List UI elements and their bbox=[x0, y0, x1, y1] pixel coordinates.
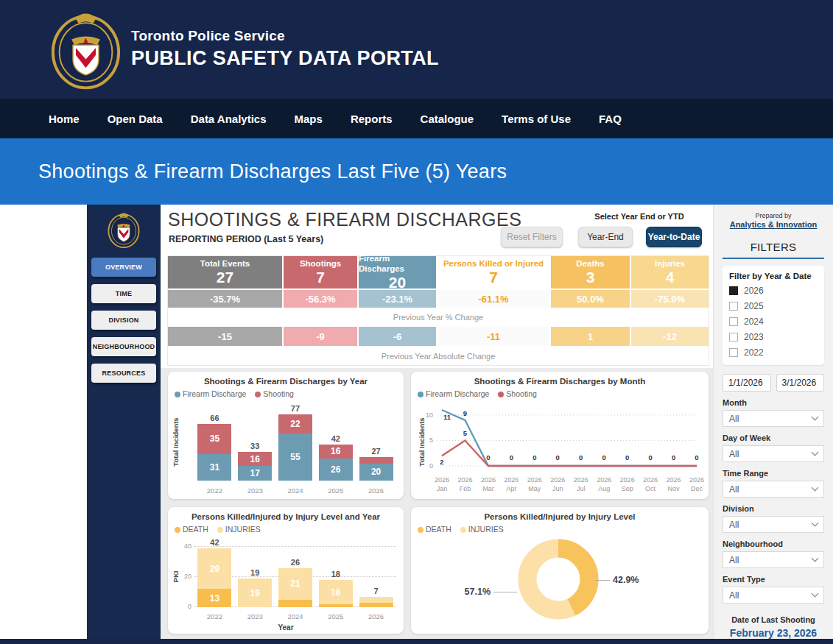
time-range-filter-dropdown[interactable]: All bbox=[723, 481, 824, 498]
bar-segment-firearm-discharge[interactable]: 55 bbox=[278, 434, 312, 481]
selected-value: All bbox=[729, 484, 739, 495]
bar-2026[interactable]: 7 bbox=[359, 538, 393, 607]
year-checkbox-2026[interactable]: 2026 bbox=[729, 286, 818, 296]
day-of-week-filter-dropdown[interactable]: All bbox=[723, 445, 824, 462]
chart-text: 10 bbox=[426, 411, 433, 419]
bar-2023[interactable]: 331617 bbox=[238, 403, 272, 481]
bar-segment-injuries[interactable]: 29 bbox=[197, 548, 231, 589]
filters-panel: Prepared by Analytics & Innovation FILTE… bbox=[713, 205, 833, 639]
page-title: Shootings & Firearm Discharges Last Five… bbox=[38, 160, 507, 183]
sidebar-item-division[interactable]: DIVISION bbox=[91, 311, 156, 330]
chart-text: Sep bbox=[622, 485, 633, 492]
date-to-input[interactable]: 3/1/2026 bbox=[776, 374, 825, 392]
report-main: SHOOTINGS & FIREARM DISCHARGES REPORTING… bbox=[161, 205, 713, 639]
bar-segment-death[interactable] bbox=[278, 600, 312, 607]
event-type-filter-dropdown[interactable]: All bbox=[723, 587, 824, 604]
chart-text: 2026 bbox=[620, 476, 635, 484]
bar-2024[interactable]: 772255 bbox=[278, 403, 312, 481]
bar-segment-injuries[interactable]: 16 bbox=[319, 580, 353, 604]
bar-segment-firearm-discharge[interactable]: 26 bbox=[319, 459, 353, 481]
bar-segment-shooting[interactable]: 35 bbox=[197, 424, 231, 454]
year-checkbox-2022[interactable]: 2022 bbox=[729, 347, 818, 358]
legend-dot bbox=[498, 392, 504, 397]
bar-2026[interactable]: 2720 bbox=[359, 403, 393, 481]
legend-item-shooting: Shooting bbox=[255, 389, 293, 398]
x-tick-label: 2024 bbox=[287, 612, 303, 620]
filter-label: Event Type bbox=[723, 575, 824, 584]
chart-text: 2026 bbox=[667, 476, 681, 484]
filter-block-event-type: Event TypeAll bbox=[723, 575, 824, 604]
kpi-value: 7 bbox=[316, 269, 325, 286]
legend-dot bbox=[418, 527, 423, 533]
year-checkbox-2025[interactable]: 2025 bbox=[729, 301, 818, 311]
reset-filters-button[interactable]: Reset Filters bbox=[501, 227, 563, 247]
nav-item-reports[interactable]: Reports bbox=[351, 113, 393, 125]
year-end-button[interactable]: Year-End bbox=[578, 227, 633, 247]
bar-segment-shooting[interactable] bbox=[359, 457, 393, 463]
filter-label: Neighbourhood bbox=[723, 539, 824, 548]
bar-2022[interactable]: 422913 bbox=[197, 538, 231, 607]
kpi-pct-change: -75.0% bbox=[631, 290, 709, 308]
bar-segment-death[interactable]: 13 bbox=[197, 589, 231, 607]
year-checkbox-2024[interactable]: 2024 bbox=[729, 316, 818, 327]
bar-segment-death[interactable] bbox=[359, 603, 393, 607]
y-tick-label: 0 bbox=[177, 603, 191, 610]
bar-2025[interactable]: 421626 bbox=[319, 403, 353, 481]
bar-segment-injuries[interactable]: 21 bbox=[278, 568, 312, 600]
sidebar-item-time[interactable]: TIME bbox=[91, 284, 156, 303]
kpi-abs-change: -6 bbox=[359, 327, 436, 346]
filters-heading: FILTERS bbox=[723, 241, 824, 253]
bar-segment-injuries[interactable] bbox=[359, 597, 393, 603]
sidebar-item-neighbourhood[interactable]: NEIGHBOURHOOD bbox=[91, 337, 156, 356]
bar-segment-firearm-discharge[interactable]: 31 bbox=[197, 454, 231, 481]
bar-total-label: 66 bbox=[210, 414, 219, 422]
bar-segment-firearm-discharge[interactable]: 20 bbox=[359, 464, 393, 481]
bar-segment-death[interactable] bbox=[319, 604, 353, 607]
selected-value: All bbox=[729, 449, 739, 459]
legend-item-firearm-discharge: Firearm Discharge bbox=[175, 389, 246, 398]
legend-dot bbox=[460, 527, 466, 533]
bar-segment-firearm-discharge[interactable]: 17 bbox=[238, 466, 272, 481]
kpi-value: 3 bbox=[586, 269, 595, 286]
leader-line bbox=[595, 580, 610, 581]
nav-item-open-data[interactable]: Open Data bbox=[108, 113, 163, 125]
nav-item-data-analytics[interactable]: Data Analytics bbox=[191, 113, 267, 125]
bar-total-label: 18 bbox=[331, 570, 340, 578]
date-from-input[interactable]: 1/1/2026 bbox=[723, 374, 771, 392]
month-filter-dropdown[interactable]: All bbox=[723, 410, 824, 427]
chart-text: 2 bbox=[440, 458, 443, 466]
bar-2024[interactable]: 2621 bbox=[278, 538, 312, 607]
sidebar-item-resources[interactable]: RESOURCES bbox=[91, 364, 156, 383]
bar-total-label: 7 bbox=[374, 587, 379, 595]
bar-2023[interactable]: 1919 bbox=[238, 538, 272, 607]
year-to-date-button[interactable]: Year-to-Date bbox=[646, 227, 702, 247]
bar-2022[interactable]: 663531 bbox=[197, 403, 231, 481]
nav-item-catalogue[interactable]: Catalogue bbox=[421, 113, 474, 125]
chart-text: 2026 bbox=[527, 476, 542, 484]
x-tick-label: 2026 bbox=[368, 486, 384, 495]
bar-2025[interactable]: 1816 bbox=[319, 538, 353, 607]
line-series-shooting[interactable] bbox=[442, 440, 697, 466]
analytics-innovation-link[interactable]: Analytics & Innovation bbox=[730, 220, 818, 229]
bar-segment-injuries[interactable]: 19 bbox=[238, 578, 272, 607]
bar-segment-shooting[interactable]: 22 bbox=[278, 414, 312, 434]
chart-text: 0 bbox=[579, 453, 583, 461]
nav-item-maps[interactable]: Maps bbox=[295, 113, 323, 125]
kpi-card-injuries: Injuries4 bbox=[631, 256, 709, 289]
filter-block-month: MonthAll bbox=[723, 398, 824, 427]
bar-segment-shooting[interactable]: 16 bbox=[319, 445, 353, 459]
nav-item-home[interactable]: Home bbox=[49, 113, 80, 125]
x-axis-title: Year bbox=[168, 623, 404, 631]
kpi-abs-change: -11 bbox=[437, 327, 549, 346]
selected-value: All bbox=[729, 520, 739, 530]
nav-item-terms-of-use[interactable]: Terms of Use bbox=[502, 113, 571, 125]
sidebar-item-overview[interactable]: OVERVIEW bbox=[91, 258, 156, 277]
nav-item-faq[interactable]: FAQ bbox=[599, 113, 622, 125]
filter-block-division: DivisionAll bbox=[723, 504, 824, 533]
selected-value: All bbox=[729, 590, 739, 601]
bar-segment-shooting[interactable]: 16 bbox=[238, 452, 272, 466]
division-filter-dropdown[interactable]: All bbox=[723, 516, 824, 533]
tps-crest-logo-small bbox=[106, 210, 141, 249]
year-checkbox-2023[interactable]: 2023 bbox=[729, 332, 818, 342]
neighbourhood-filter-dropdown[interactable]: All bbox=[723, 551, 824, 568]
